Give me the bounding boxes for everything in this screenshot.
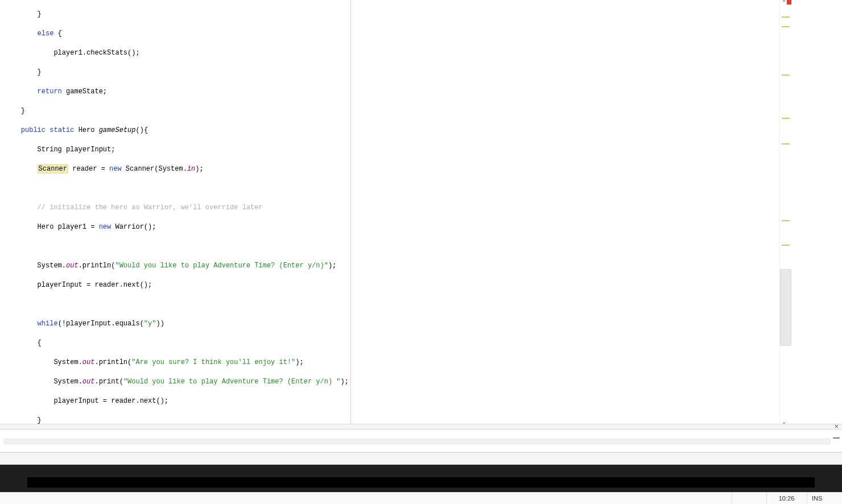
error-stripe[interactable]: ⌃ ⌄ bbox=[779, 0, 791, 424]
code-editor[interactable]: } else { player1.checkStats(); } return … bbox=[0, 0, 779, 424]
code-token: } bbox=[21, 107, 25, 115]
code-token: Hero bbox=[74, 126, 98, 134]
code-token: gameState; bbox=[62, 88, 107, 96]
warning-mark[interactable] bbox=[782, 220, 790, 221]
status-bar: 10:26 INS bbox=[0, 492, 842, 504]
field-out: out bbox=[82, 358, 95, 366]
keyword-public: public bbox=[21, 126, 46, 134]
code-token: } bbox=[38, 68, 42, 76]
string-literal: "Would you like to play Adventure Time? … bbox=[115, 262, 328, 270]
code-token: .println( bbox=[94, 358, 131, 366]
keyword-new: new bbox=[99, 223, 112, 231]
field-in: in bbox=[187, 165, 195, 173]
panel-splitter[interactable]: × bbox=[0, 424, 842, 429]
keyword-static: static bbox=[46, 126, 74, 134]
cursor-position[interactable]: 10:26 bbox=[766, 493, 806, 504]
code-token: Warrior(); bbox=[111, 223, 156, 231]
comment: // initialize the hero as Warrior, we'll… bbox=[38, 204, 263, 212]
scroll-up-icon[interactable]: ⌃ bbox=[782, 0, 786, 6]
code-token: (!playerInput.equals( bbox=[58, 320, 144, 328]
string-literal: "Would you like to play Adventure Time? … bbox=[123, 378, 341, 386]
method-name: gameSetup bbox=[99, 126, 136, 134]
keyword-new: new bbox=[109, 165, 122, 173]
keyword-else: else bbox=[38, 30, 54, 38]
scrollbar-thumb[interactable] bbox=[780, 269, 791, 346]
code-token: } bbox=[38, 416, 42, 424]
code-token: .print( bbox=[94, 378, 123, 386]
warning-mark[interactable] bbox=[782, 118, 790, 119]
status-spacer bbox=[732, 493, 766, 504]
keyword-while: while bbox=[38, 320, 58, 328]
code-token: (){ bbox=[135, 126, 148, 134]
horizontal-scrollbar[interactable] bbox=[3, 439, 831, 444]
console-output bbox=[27, 477, 815, 488]
code-token: ); bbox=[195, 165, 203, 173]
code-token: ); bbox=[295, 358, 303, 366]
warning-mark[interactable] bbox=[782, 16, 790, 18]
code-token: ); bbox=[328, 262, 336, 270]
code-token: System. bbox=[53, 358, 82, 366]
code-token: { bbox=[38, 339, 42, 347]
code-token: reader = bbox=[68, 165, 109, 173]
insert-mode[interactable]: INS bbox=[807, 493, 842, 504]
tool-panel bbox=[0, 429, 842, 452]
analysis-status-icon[interactable] bbox=[787, 0, 791, 5]
code-token: System. bbox=[53, 378, 82, 386]
warning-mark[interactable] bbox=[782, 143, 790, 144]
code-token: System. bbox=[38, 262, 66, 270]
code-token: )) bbox=[156, 320, 164, 328]
field-out: out bbox=[82, 378, 95, 386]
code-token: playerInput = reader.next(); bbox=[53, 397, 168, 405]
console-panel[interactable] bbox=[0, 465, 842, 492]
string-literal: "Are you sure? I think you'll enjoy it!" bbox=[131, 358, 295, 366]
warning-mark[interactable] bbox=[782, 75, 790, 76]
code-token: { bbox=[53, 30, 61, 38]
code-token: playerInput = reader.next(); bbox=[38, 281, 152, 289]
field-out: out bbox=[66, 262, 79, 270]
code-token: .println( bbox=[79, 262, 115, 270]
code-token: player1.checkStats(); bbox=[53, 49, 139, 57]
code-token: Hero player1 = bbox=[38, 223, 99, 231]
warning-mark[interactable] bbox=[782, 26, 790, 27]
keyword-return: return bbox=[38, 88, 62, 96]
code-token: Scanner(System. bbox=[122, 165, 187, 173]
code-token: } bbox=[38, 10, 42, 18]
warning-mark[interactable] bbox=[782, 245, 790, 246]
code-area[interactable]: } else { player1.checkStats(); } return … bbox=[0, 0, 779, 424]
code-token: ); bbox=[341, 378, 349, 386]
minimize-icon[interactable] bbox=[833, 437, 840, 439]
code-token: String playerInput; bbox=[38, 146, 115, 154]
panel-splitter-lower[interactable] bbox=[0, 452, 842, 465]
highlighted-type: Scanner bbox=[38, 164, 68, 173]
string-literal: "y" bbox=[144, 320, 156, 328]
